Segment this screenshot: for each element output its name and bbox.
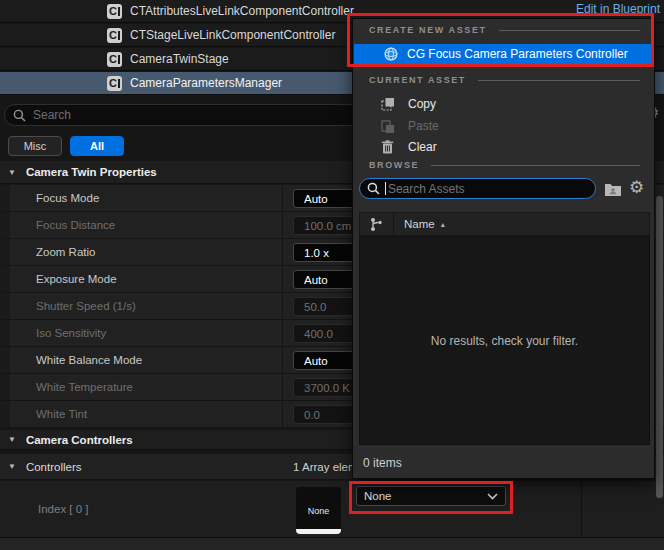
property-label: Exposure Mode bbox=[36, 273, 117, 285]
name-column-header[interactable]: Name bbox=[404, 218, 435, 230]
index-label: Index [ 0 ] bbox=[38, 503, 89, 515]
asset-class-sphere-icon bbox=[384, 47, 398, 61]
text-cursor bbox=[385, 182, 386, 195]
view-settings-gear-icon[interactable]: ⚙ bbox=[629, 179, 644, 196]
asset-search-input[interactable] bbox=[388, 182, 588, 196]
column-divider[interactable] bbox=[282, 374, 283, 400]
property-label: Zoom Ratio bbox=[36, 246, 95, 258]
copy-icon bbox=[381, 97, 395, 111]
section-label: Camera Controllers bbox=[26, 434, 133, 446]
column-divider[interactable] bbox=[282, 320, 283, 346]
menu-item-create-cg-focus-camera-parameters-controller[interactable]: CG Focus Camera Parameters Controller bbox=[354, 44, 653, 64]
component-icon: C bbox=[107, 4, 122, 19]
column-divider bbox=[581, 481, 582, 538]
column-divider[interactable] bbox=[282, 401, 283, 427]
section-header-label: CURRENT ASSET bbox=[369, 75, 466, 85]
column-divider[interactable] bbox=[282, 185, 283, 211]
filter-misc-button[interactable]: Misc bbox=[8, 136, 62, 156]
column-divider[interactable] bbox=[282, 239, 283, 265]
trash-icon bbox=[381, 140, 395, 154]
property-label: White Temperature bbox=[36, 381, 133, 393]
asset-combo[interactable]: None bbox=[356, 486, 506, 506]
controllers-array-count: 1 Array elem bbox=[293, 461, 358, 473]
expand-triangle-icon: ▼ bbox=[8, 168, 16, 177]
asset-list-column-header[interactable]: Name ▴ bbox=[359, 212, 650, 236]
edit-in-blueprint-link[interactable]: Edit in Blueprint bbox=[576, 2, 660, 16]
component-label: CameraParametersManager bbox=[130, 76, 282, 90]
menu-item-label: Paste bbox=[408, 119, 439, 133]
property-label: White Balance Mode bbox=[36, 354, 142, 366]
property-label: White Tint bbox=[36, 408, 87, 420]
array-index-row: Index [ 0 ] None None ↩ bbox=[0, 481, 664, 538]
asset-search[interactable] bbox=[359, 178, 596, 199]
section-label: Camera Twin Properties bbox=[26, 166, 157, 178]
next-row-partial bbox=[0, 538, 664, 550]
current-asset-header: CURRENT ASSET bbox=[353, 75, 654, 85]
vertical-scrollbar[interactable] bbox=[656, 196, 663, 498]
property-label: Iso Sensitivity bbox=[36, 327, 106, 339]
expand-triangle-icon: ▼ bbox=[8, 435, 16, 444]
chevron-down-icon bbox=[487, 493, 498, 500]
details-panel: C CTAttributesLiveLinkComponentControlle… bbox=[0, 0, 664, 550]
revision-control-column-icon[interactable] bbox=[369, 217, 383, 232]
property-label: Shutter Speed (1/s) bbox=[36, 300, 136, 312]
items-count-label: 0 items bbox=[363, 456, 402, 470]
column-divider[interactable] bbox=[282, 266, 283, 292]
search-icon bbox=[367, 182, 380, 195]
paste-icon bbox=[381, 119, 395, 133]
empty-results-message: No results, check your filter. bbox=[431, 334, 578, 348]
menu-item-label: CG Focus Camera Parameters Controller bbox=[407, 47, 628, 61]
thumbnail-label: None bbox=[308, 506, 330, 516]
column-divider[interactable] bbox=[282, 347, 283, 373]
path-picker-folder-button[interactable] bbox=[604, 182, 622, 196]
filter-all-button[interactable]: All bbox=[70, 136, 124, 156]
component-icon: C bbox=[107, 28, 122, 43]
asset-thumbnail[interactable]: None bbox=[296, 487, 341, 534]
section-header-label: CREATE NEW ASSET bbox=[369, 25, 487, 35]
component-label: CTAttributesLiveLinkComponentController bbox=[130, 4, 354, 18]
menu-item-copy[interactable]: Copy bbox=[354, 94, 653, 114]
property-label: Focus Mode bbox=[36, 192, 99, 204]
section-header-label: BROWSE bbox=[369, 160, 419, 170]
asset-picker-popup: CREATE NEW ASSET CG Focus Camera Paramet… bbox=[352, 18, 655, 479]
expand-triangle-icon: ▼ bbox=[8, 462, 16, 471]
column-divider[interactable] bbox=[282, 212, 283, 238]
component-label: CTStageLiveLinkComponentController bbox=[130, 28, 335, 42]
menu-item-label: Copy bbox=[408, 97, 436, 111]
asset-combo-value: None bbox=[364, 490, 392, 502]
create-new-asset-header: CREATE NEW ASSET bbox=[353, 25, 654, 35]
menu-item-paste[interactable]: Paste bbox=[354, 116, 653, 136]
component-icon: C bbox=[107, 76, 122, 91]
column-divider bbox=[393, 212, 394, 236]
asset-results-list: No results, check your filter. bbox=[359, 236, 650, 445]
header-rule bbox=[499, 30, 640, 31]
search-icon bbox=[13, 109, 26, 122]
menu-item-label: Clear bbox=[408, 140, 437, 154]
component-label: CameraTwinStage bbox=[130, 52, 229, 66]
header-rule bbox=[478, 80, 640, 81]
folder-user-icon bbox=[604, 182, 622, 196]
menu-item-clear[interactable]: Clear bbox=[354, 137, 653, 157]
column-divider[interactable] bbox=[282, 293, 283, 319]
browse-header: BROWSE bbox=[353, 160, 654, 170]
component-icon: C bbox=[107, 52, 122, 67]
property-label: Focus Distance bbox=[36, 219, 115, 231]
sort-ascending-icon: ▴ bbox=[441, 220, 445, 229]
controllers-label: Controllers bbox=[26, 461, 82, 473]
header-rule bbox=[431, 165, 640, 166]
